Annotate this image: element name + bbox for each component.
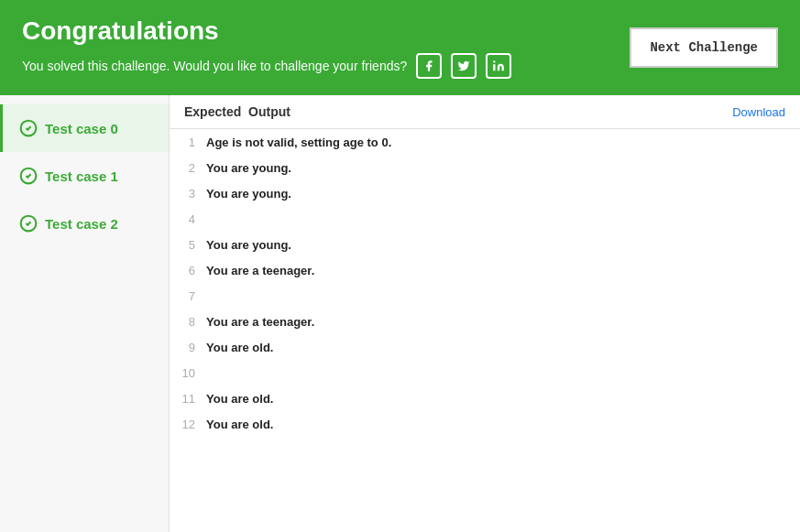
download-link[interactable]: Download (732, 105, 785, 119)
line-number: 10 (170, 366, 206, 380)
line-number: 7 (170, 289, 206, 303)
output-label-bold: Output (248, 104, 290, 119)
sidebar-item-test-case-0[interactable]: Test case 0 (0, 104, 169, 152)
line-number: 5 (170, 238, 206, 252)
output-line: 2You are young. (170, 155, 800, 180)
facebook-icon[interactable] (416, 53, 442, 79)
line-content: You are a teenager. (206, 260, 314, 281)
line-content: Age is not valid, setting age to 0. (206, 132, 391, 153)
line-number: 8 (170, 315, 206, 329)
output-line: 9You are old. (170, 334, 800, 360)
output-line: 10 (170, 360, 800, 385)
sidebar-item-test-case-2[interactable]: Test case 2 (0, 200, 169, 247)
output-line: 1Age is not valid, setting age to 0. (170, 129, 800, 155)
line-content: You are old. (206, 388, 273, 409)
line-number: 9 (170, 341, 206, 354)
output-label-prefix: Expected (184, 104, 241, 119)
line-number: 3 (170, 187, 206, 201)
output-line: 12You are old. (170, 411, 800, 437)
line-content: You are young. (206, 157, 291, 179)
line-number: 12 (170, 418, 206, 431)
header: Congratulations You solved this challeng… (0, 0, 800, 95)
output-body[interactable]: 1Age is not valid, setting age to 0.2You… (170, 129, 800, 532)
line-content: You are young. (206, 234, 291, 255)
test-case-2-label: Test case 2 (45, 216, 118, 232)
sidebar-item-test-case-1[interactable]: Test case 1 (0, 152, 169, 200)
output-line: 7 (170, 283, 800, 309)
svg-point-0 (493, 60, 495, 62)
line-content: You are old. (206, 414, 273, 435)
main-content: Test case 0 Test case 1 Test case 2 Expe… (0, 95, 800, 532)
line-content: You are a teenager. (206, 311, 314, 332)
line-content: You are young. (206, 183, 291, 204)
header-title: Congratulations (22, 16, 511, 46)
header-left: Congratulations You solved this challeng… (22, 16, 511, 79)
sidebar: Test case 0 Test case 1 Test case 2 (0, 95, 170, 532)
output-line: 3You are young. (170, 180, 800, 206)
output-header: Expected Output Download (170, 95, 800, 129)
output-panel: Expected Output Download 1Age is not val… (170, 95, 800, 532)
line-number: 4 (170, 212, 206, 226)
output-label: Expected Output (184, 104, 290, 119)
line-number: 1 (170, 136, 206, 149)
line-number: 11 (170, 392, 206, 406)
line-number: 2 (170, 161, 206, 175)
check-icon-2 (19, 214, 38, 233)
next-challenge-button[interactable]: Next Challenge (630, 27, 778, 68)
output-line: 4 (170, 206, 800, 232)
check-icon-0 (19, 119, 38, 137)
line-content: You are old. (206, 337, 273, 358)
output-line: 11You are old. (170, 385, 800, 411)
output-line: 6You are a teenager. (170, 257, 800, 283)
header-subtitle: You solved this challenge. Would you lik… (22, 53, 511, 79)
subtitle-text: You solved this challenge. Would you lik… (22, 59, 407, 73)
twitter-icon[interactable] (451, 53, 477, 79)
check-icon-1 (19, 167, 38, 185)
output-line: 5You are young. (170, 232, 800, 257)
line-number: 6 (170, 264, 206, 277)
test-case-0-label: Test case 0 (45, 121, 118, 136)
test-case-1-label: Test case 1 (45, 168, 118, 184)
linkedin-icon[interactable] (486, 53, 511, 79)
output-line: 8You are a teenager. (170, 309, 800, 334)
